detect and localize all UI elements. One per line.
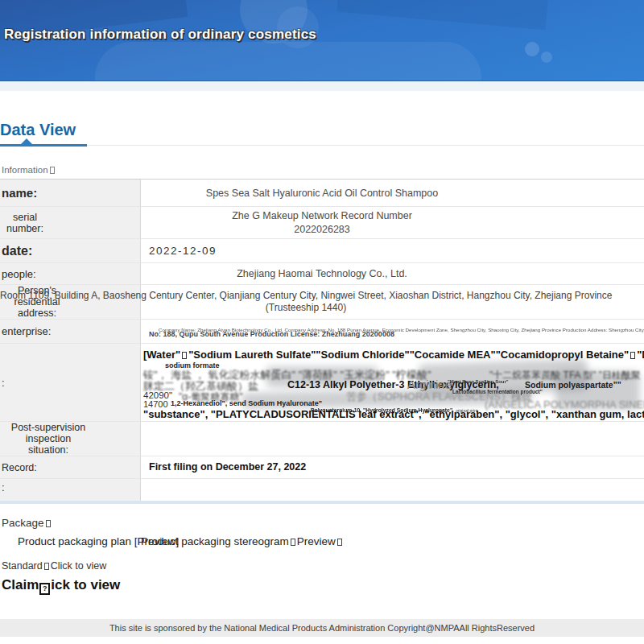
missing-glyph-icon: [182, 352, 187, 359]
table-row-record: Record: First filing on December 27, 202…: [0, 456, 644, 479]
table-row-address: Person's residentialaddress: Room 1109, …: [0, 285, 644, 320]
top-banner: Registration information of ordinary cos…: [0, 0, 644, 80]
package-section-label: Package: [2, 517, 52, 529]
missing-glyph-icon: [630, 352, 635, 359]
footer-text: This site is sponsored by the National M…: [109, 623, 535, 633]
tab-active-underline: [0, 144, 87, 147]
row-label: Post-supervision inspectionsituation:: [0, 422, 97, 456]
claim-click-to-view-link[interactable]: Claim?ick to view: [2, 577, 120, 595]
table-row-post-supervision: Post-supervision inspectionsituation:: [0, 422, 644, 456]
tab-divider: [0, 145, 644, 146]
registration-table: name: Spes Sea Salt Hyaluronic Acid Oil …: [0, 179, 644, 501]
banner-bottom-band: [0, 80, 644, 91]
product-name-value: Spes Sea Salt Hyaluronic Acid Oil Contro…: [0, 188, 644, 199]
page: Registration information of ordinary cos…: [0, 0, 644, 644]
enterprise-line2: No: 188, Qupu South Avenue Production Li…: [149, 330, 394, 338]
missing-glyph-icon: [46, 520, 51, 527]
table-row-serial: serialnumber: Zhe G Makeup Network Recor…: [0, 207, 644, 239]
ingredient-polyaspartate: Sodium polyaspartate"": [525, 380, 621, 390]
page-title: Registration information of ordinary cos…: [4, 27, 316, 43]
serial-number-line2: 2022026283: [0, 224, 644, 235]
information-section-label: Information: [2, 165, 56, 175]
row-label: :: [0, 481, 5, 493]
missing-glyph-icon: [50, 167, 55, 174]
table-bottom-strip: [0, 501, 644, 504]
standard-click-to-view-link[interactable]: StandardClick to view: [2, 560, 106, 572]
table-row-people: people: Zhejiang Haomai Technology Co., …: [0, 263, 644, 285]
banner-decor-circle: [541, 52, 552, 63]
address-line1: Room 1109, Building A, Baosheng Century …: [0, 290, 612, 301]
address-line2: (Trusteeship 1440): [0, 302, 612, 313]
row-label: Record:: [0, 462, 37, 473]
footer-bar: This site is sponsored by the National M…: [0, 619, 644, 637]
serial-number-line1: Zhe G Makeup Network Record Number: [0, 210, 644, 221]
table-row-enterprise: enterprise: Company Name: Zhejiang Aiyan…: [0, 320, 644, 344]
ingredients-last-line: "substance", "PLATYCLADUSORIENTALIS leaf…: [143, 408, 644, 420]
ingredients-line1: [Water""Sodium Laureth Sulfate""Sodium C…: [143, 349, 644, 361]
table-row-empty: :: [0, 479, 644, 502]
packaging-stereogram-preview-link[interactable]: Product packaging stereogramPreview: [141, 535, 344, 547]
people-value: Zhejiang Haomai Technology Co., Ltd.: [0, 268, 644, 279]
table-row-name: name: Spes Sea Salt Hyaluronic Acid Oil …: [0, 180, 644, 207]
banner-decor-shape: [336, 0, 548, 30]
row-label: :: [0, 377, 5, 389]
date-value: 2022-12-09: [149, 245, 217, 257]
table-row-date: date: 2022-12-09: [0, 239, 644, 263]
missing-glyph-icon: [337, 539, 342, 546]
banner-decor-shape: [95, 42, 481, 80]
missing-glyph-icon: [44, 563, 49, 570]
missing-glyph-icon: ?: [39, 583, 50, 595]
banner-decor-circle: [525, 42, 539, 56]
table-row-ingredients: : [Water""Sodium Laureth Sulfate""Sodium…: [0, 344, 644, 422]
record-value: First filing on December 27, 2022: [149, 461, 306, 473]
tab-caret-icon: [21, 138, 32, 144]
row-label: enterprise:: [0, 325, 51, 337]
ingredient-hexanediol: 1,2-Hexanediol", send Sodium Hyaluronate…: [171, 399, 322, 407]
tab-data-view[interactable]: Data View: [0, 121, 76, 139]
missing-glyph-icon: [291, 539, 295, 546]
row-label: date:: [0, 244, 32, 258]
